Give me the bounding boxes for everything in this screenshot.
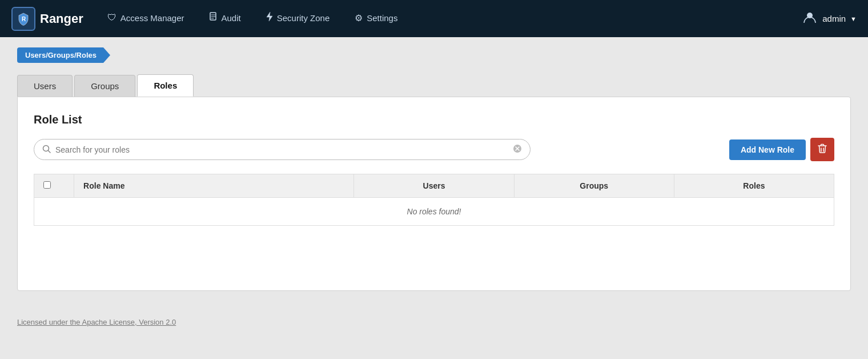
nav-item-audit[interactable]: Audit: [197, 0, 254, 37]
section-title: Role List: [34, 113, 834, 126]
brand-logo-icon: R: [11, 7, 35, 31]
page-content: Users/Groups/Roles Users Groups Roles Ro…: [0, 37, 868, 308]
gear-icon: ⚙: [355, 13, 363, 23]
th-checkbox: [34, 174, 74, 198]
file-icon: [210, 12, 218, 23]
tab-groups[interactable]: Groups: [74, 75, 135, 97]
navbar: R Ranger 🛡 Access Manager Audit: [0, 0, 868, 37]
user-avatar-icon: [802, 10, 818, 27]
search-box: [34, 139, 531, 160]
main-card: Role List: [17, 97, 851, 291]
footer-license-link[interactable]: Licensed under the Apache License, Versi…: [17, 318, 176, 326]
add-new-role-button[interactable]: Add New Role: [729, 139, 806, 160]
th-users: Users: [354, 174, 514, 198]
th-roles: Roles: [674, 174, 834, 198]
nav-item-security-zone[interactable]: Security Zone: [254, 0, 343, 37]
nav-item-access-manager[interactable]: 🛡 Access Manager: [95, 0, 197, 37]
breadcrumb: Users/Groups/Roles: [17, 47, 851, 63]
brand-logo-link[interactable]: R Ranger: [11, 7, 83, 31]
nav-item-settings-label: Settings: [367, 13, 397, 23]
svg-marker-2: [267, 12, 272, 21]
svg-text:R: R: [22, 16, 26, 22]
user-name: admin: [822, 14, 846, 23]
search-clear-icon[interactable]: [513, 144, 522, 155]
actions-group: Add New Role: [729, 138, 834, 161]
nav-items: 🛡 Access Manager Audit Security Zone ⚙ S…: [95, 0, 802, 37]
th-groups: Groups: [514, 174, 674, 198]
role-table: Role Name Users Groups Roles No roles fo…: [34, 174, 834, 226]
bolt-icon: [266, 11, 273, 24]
search-icon: [42, 145, 51, 155]
user-menu-arrow-icon: ▼: [850, 15, 857, 22]
nav-item-audit-label: Audit: [222, 13, 241, 23]
nav-item-access-manager-label: Access Manager: [120, 13, 184, 23]
search-actions-row: Add New Role: [34, 138, 834, 161]
select-all-checkbox[interactable]: [43, 181, 51, 189]
page-footer: Licensed under the Apache License, Versi…: [0, 308, 868, 336]
th-role-name: Role Name: [74, 174, 354, 198]
table-empty-row: No roles found!: [34, 198, 834, 226]
search-input[interactable]: [55, 145, 508, 154]
trash-icon: [818, 146, 827, 155]
tab-users[interactable]: Users: [17, 75, 73, 97]
tabs-container: Users Groups Roles: [17, 74, 851, 97]
table-header-row: Role Name Users Groups Roles: [34, 174, 834, 198]
nav-item-security-zone-label: Security Zone: [277, 13, 330, 23]
empty-message: No roles found!: [34, 198, 834, 226]
breadcrumb-label[interactable]: Users/Groups/Roles: [17, 47, 110, 63]
user-menu[interactable]: admin ▼: [802, 10, 857, 27]
brand-name: Ranger: [40, 11, 83, 26]
tab-roles[interactable]: Roles: [137, 74, 194, 97]
nav-item-settings[interactable]: ⚙ Settings: [342, 0, 410, 37]
delete-button[interactable]: [810, 138, 834, 161]
shield-icon: 🛡: [107, 13, 116, 23]
svg-line-5: [49, 150, 51, 153]
